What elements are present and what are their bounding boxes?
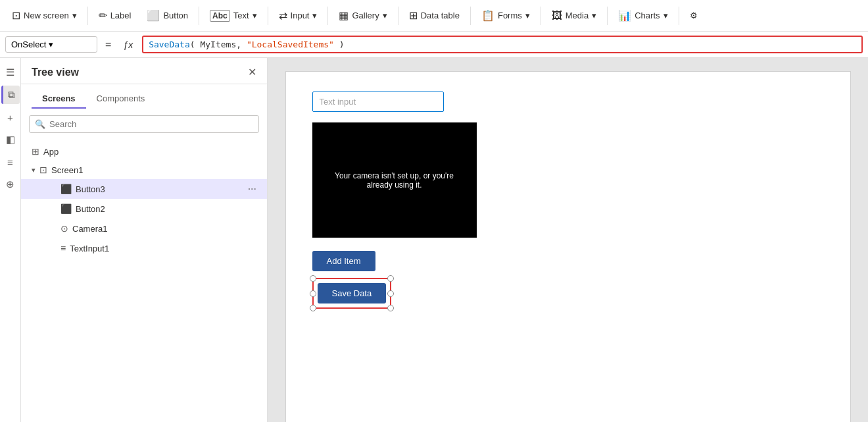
input-button[interactable]: ⇄ Input ▾ xyxy=(272,5,324,26)
new-screen-label: New screen xyxy=(24,11,69,20)
button-icon: ⬜ xyxy=(147,9,160,22)
property-dropdown[interactable]: OnSelect ▾ xyxy=(5,36,97,53)
tree-item-app[interactable]: ⊞ App xyxy=(21,142,267,161)
forms-label: Forms xyxy=(498,11,522,20)
data-icon: ◧ xyxy=(6,134,15,145)
media-button[interactable]: 🖼 Media ▾ xyxy=(545,6,603,26)
add-item-label: Add Item xyxy=(327,256,361,266)
components-icon: ⊕ xyxy=(6,178,14,190)
formula-arg2: "LocalSavedItems" xyxy=(247,40,334,49)
button-label: Button xyxy=(163,11,188,20)
save-data-selection-box: Save Data xyxy=(312,278,392,309)
toolbar-sep-1 xyxy=(87,7,88,25)
icon-bar: ☰ ⧉ + ◧ ≡ ⊕ xyxy=(0,58,21,422)
tree-view-button[interactable]: ⧉ xyxy=(1,86,20,104)
toolbar-sep-7 xyxy=(541,7,541,25)
save-data-label: Save Data xyxy=(332,288,372,298)
app-label: App xyxy=(43,147,256,157)
gallery-label: Gallery xyxy=(352,11,379,20)
search-input[interactable] xyxy=(49,119,253,129)
forms-button[interactable]: 📋 Forms ▾ xyxy=(475,5,537,26)
gallery-chevron: ▾ xyxy=(383,11,387,20)
new-screen-button[interactable]: ⊡ New screen ▾ xyxy=(5,5,84,26)
tree-item-button2[interactable]: ⬛ Button2 ··· xyxy=(21,199,267,219)
more-icon: ⚙ xyxy=(690,11,698,20)
tree-item-camera1[interactable]: ⊙ Camera1 ··· xyxy=(21,219,267,238)
tab-components[interactable]: Components xyxy=(86,90,156,109)
tab-components-label: Components xyxy=(97,93,145,103)
charts-button[interactable]: 📊 Charts ▾ xyxy=(612,5,674,26)
components-button[interactable]: ⊕ xyxy=(1,175,20,194)
textinput1-icon: ≡ xyxy=(60,243,66,253)
property-dropdown-value: OnSelect xyxy=(11,40,46,49)
data-table-button[interactable]: ⊞ Data table xyxy=(402,5,466,26)
data-button[interactable]: ◧ xyxy=(1,130,20,149)
textinput1-label: TextInput1 xyxy=(70,244,243,253)
formula-bar: OnSelect ▾ = ƒx SaveData( MyItems, "Loca… xyxy=(0,32,868,58)
canvas-area[interactable]: Text input Your camera isn't set up, or … xyxy=(268,58,868,422)
main-toolbar: ⊡ New screen ▾ ✏ Label ⬜ Button Abc Text… xyxy=(0,0,868,32)
text-input-element[interactable]: Text input xyxy=(312,92,444,112)
button2-label: Button2 xyxy=(76,204,244,214)
add-button[interactable]: + xyxy=(1,108,20,126)
tree-items: ⊞ App ▾ ⊡ Screen1 ⬛ Button3 ··· ⬛ xyxy=(21,140,267,422)
add-icon: + xyxy=(7,112,13,123)
tree-header: Tree view ✕ xyxy=(21,58,267,84)
tree-search-container: 🔍 xyxy=(29,115,259,133)
formula-input[interactable]: SaveData( MyItems, "LocalSavedItems" ) xyxy=(142,36,863,53)
toolbar-sep-3 xyxy=(268,7,268,25)
text-input-placeholder: Text input xyxy=(320,97,356,107)
variables-icon: ≡ xyxy=(7,157,13,168)
forms-chevron: ▾ xyxy=(525,11,530,20)
variables-button[interactable]: ≡ xyxy=(1,153,20,171)
toolbar-sep-8 xyxy=(607,7,608,25)
tab-screens[interactable]: Screens xyxy=(32,90,86,109)
screen1-icon: ⊡ xyxy=(39,165,47,175)
tree-close-button[interactable]: ✕ xyxy=(248,66,256,78)
formula-comma: , xyxy=(236,40,241,49)
formula-paren-close: ) xyxy=(339,40,345,49)
toolbar-sep-9 xyxy=(679,7,679,25)
save-data-wrapper: Save Data xyxy=(312,278,392,309)
text-icon: Abc xyxy=(210,10,230,22)
canvas-frame: Text input Your camera isn't set up, or … xyxy=(285,71,851,422)
screen1-label: Screen1 xyxy=(51,165,256,175)
text-button[interactable]: Abc Text ▾ xyxy=(203,6,264,26)
tree-view-icon: ⧉ xyxy=(8,89,15,101)
app-icon: ⊞ xyxy=(32,146,39,157)
charts-chevron: ▾ xyxy=(663,11,668,20)
tree-item-textinput1[interactable]: ≡ TextInput1 ··· xyxy=(21,238,267,258)
tree-item-button3[interactable]: ⬛ Button3 ··· xyxy=(21,179,267,199)
hamburger-button[interactable]: ☰ xyxy=(1,63,20,82)
gallery-button[interactable]: ▦ Gallery ▾ xyxy=(332,5,393,26)
button-button[interactable]: ⬜ Button xyxy=(140,5,195,26)
add-item-wrapper: Add Item xyxy=(312,251,824,271)
button3-more-button[interactable]: ··· xyxy=(248,183,256,195)
handle-mr xyxy=(387,290,394,297)
toolbar-sep-2 xyxy=(199,7,199,25)
media-chevron: ▾ xyxy=(592,11,596,20)
handle-br xyxy=(387,305,394,311)
tree-panel: Tree view ✕ Screens Components 🔍 ⊞ App ▾ xyxy=(21,58,268,422)
toolbar-sep-5 xyxy=(398,7,398,25)
more-button[interactable]: ⚙ xyxy=(683,7,704,24)
new-screen-icon: ⊡ xyxy=(12,9,20,22)
hamburger-icon: ☰ xyxy=(6,66,14,78)
add-item-button[interactable]: Add Item xyxy=(312,251,375,271)
screen1-chevron: ▾ xyxy=(32,166,36,174)
fx-button[interactable]: ƒx xyxy=(119,40,137,50)
tree-item-screen1[interactable]: ▾ ⊡ Screen1 xyxy=(21,161,267,179)
save-data-button[interactable]: Save Data xyxy=(318,283,387,303)
toolbar-sep-4 xyxy=(327,7,328,25)
camera-element: Your camera isn't set up, or you're alre… xyxy=(312,122,477,238)
input-label: Input xyxy=(291,11,310,20)
search-icon: 🔍 xyxy=(35,119,45,129)
text-chevron: ▾ xyxy=(253,11,257,20)
gallery-icon: ▦ xyxy=(339,9,349,22)
handle-tr xyxy=(387,275,394,282)
main-layout: ☰ ⧉ + ◧ ≡ ⊕ Tree view ✕ Screens Componen… xyxy=(0,58,868,422)
charts-label: Charts xyxy=(635,11,660,20)
data-table-label: Data table xyxy=(421,11,460,20)
formula-paren-open: ( xyxy=(190,40,195,49)
label-button[interactable]: ✏ Label xyxy=(92,5,138,26)
